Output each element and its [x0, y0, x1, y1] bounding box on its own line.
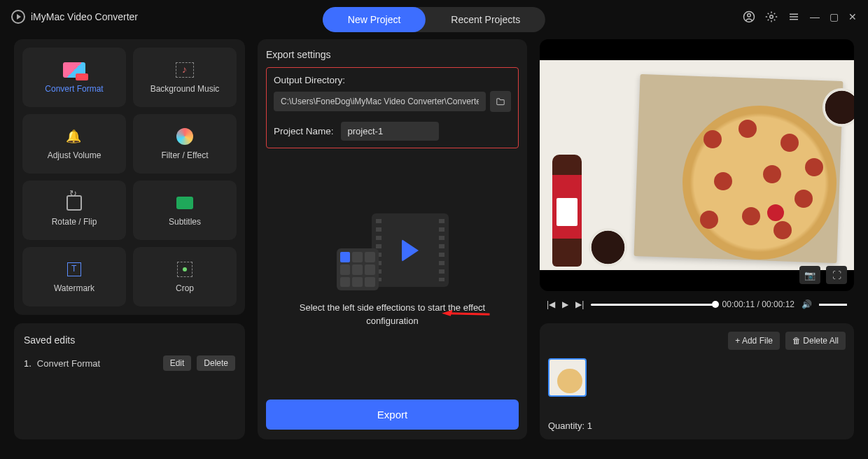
next-button[interactable]: ▶| [575, 299, 584, 309]
account-icon[interactable] [743, 10, 755, 23]
effect-label: Crop [176, 283, 194, 293]
prev-button[interactable]: |◀ [547, 299, 555, 309]
edit-saved-button[interactable]: Edit [163, 355, 192, 371]
effect-filter-effect[interactable]: Filter / Effect [133, 114, 237, 174]
tab-new-project[interactable]: New Project [323, 7, 426, 32]
rotate-flip-icon [66, 195, 82, 211]
browse-folder-button[interactable] [490, 91, 511, 112]
output-directory-input[interactable] [274, 92, 486, 111]
seek-bar[interactable] [591, 304, 715, 306]
window-close[interactable]: ✕ [848, 11, 857, 22]
volume-bar[interactable] [819, 304, 847, 306]
convert-format-icon [63, 62, 85, 78]
effect-label: Convert Format [45, 84, 103, 94]
effect-convert-format[interactable]: Convert Format [22, 48, 126, 107]
saved-edit-row: 1. Convert Format Edit Delete [24, 355, 235, 371]
saved-edits-panel: Saved edits 1. Convert Format Edit Delet… [14, 323, 245, 439]
svg-point-2 [770, 15, 774, 19]
app-logo-icon [11, 10, 25, 24]
annotation-arrow [437, 288, 495, 339]
tab-recent-projects[interactable]: Recent Projects [426, 7, 545, 32]
window-minimize[interactable]: — [810, 11, 820, 22]
add-file-button[interactable]: + Add File [728, 332, 780, 350]
video-thumbnail[interactable] [548, 358, 587, 397]
settings-icon[interactable] [765, 10, 778, 23]
export-settings-title: Export settings [266, 49, 519, 60]
play-button[interactable]: ▶ [562, 299, 568, 309]
effect-label: Filter / Effect [161, 150, 208, 160]
project-name-label: Project Name: [274, 126, 334, 136]
output-directory-label: Output Directory: [274, 75, 511, 85]
effect-subtitles[interactable]: Subtitles [133, 181, 237, 240]
background-music-icon [176, 62, 194, 78]
svg-point-1 [748, 14, 751, 17]
effect-watermark[interactable]: Watermark [22, 247, 126, 306]
effect-crop[interactable]: Crop [133, 247, 237, 306]
subtitles-icon [176, 197, 193, 209]
effect-rotate-flip[interactable]: Rotate / Flip [22, 181, 126, 240]
saved-edits-title: Saved edits [24, 334, 235, 346]
adjust-volume-icon [66, 129, 83, 144]
effect-adjust-volume[interactable]: Adjust Volume [22, 114, 126, 174]
delete-saved-button[interactable]: Delete [197, 355, 235, 371]
effects-grid: Convert FormatBackground MusicAdjust Vol… [14, 39, 245, 315]
effect-label: Watermark [54, 283, 94, 293]
filter-effect-icon [176, 128, 193, 145]
svg-marker-7 [442, 306, 454, 318]
screenshot-button[interactable]: 📷 [799, 266, 820, 284]
config-illustration [337, 213, 449, 290]
crop-icon [177, 262, 192, 277]
app-title: iMyMac Video Converter [31, 11, 138, 22]
watermark-icon [67, 262, 81, 276]
saved-edit-index: 1. [24, 358, 31, 369]
video-preview: 📷 ⛶ [540, 39, 854, 291]
fullscreen-button[interactable]: ⛶ [826, 266, 847, 284]
delete-all-button[interactable]: 🗑 Delete All [785, 332, 846, 350]
effect-label: Subtitles [169, 217, 201, 227]
export-button[interactable]: Export [266, 400, 519, 430]
effect-label: Background Music [150, 84, 220, 94]
quantity-label: Quantity: 1 [548, 421, 846, 431]
menu-icon[interactable] [788, 10, 800, 23]
export-settings-box: Output Directory: Project Name: [266, 67, 519, 148]
effect-label: Adjust Volume [48, 150, 102, 160]
window-maximize[interactable]: ▢ [830, 11, 839, 22]
time-display: 00:00:11 / 00:00:12 [722, 299, 794, 309]
effect-label: Rotate / Flip [52, 217, 97, 227]
volume-icon[interactable]: 🔊 [802, 299, 812, 309]
saved-edit-label: Convert Format [37, 358, 158, 369]
project-name-input[interactable] [341, 122, 439, 141]
effect-background-music[interactable]: Background Music [133, 48, 237, 107]
